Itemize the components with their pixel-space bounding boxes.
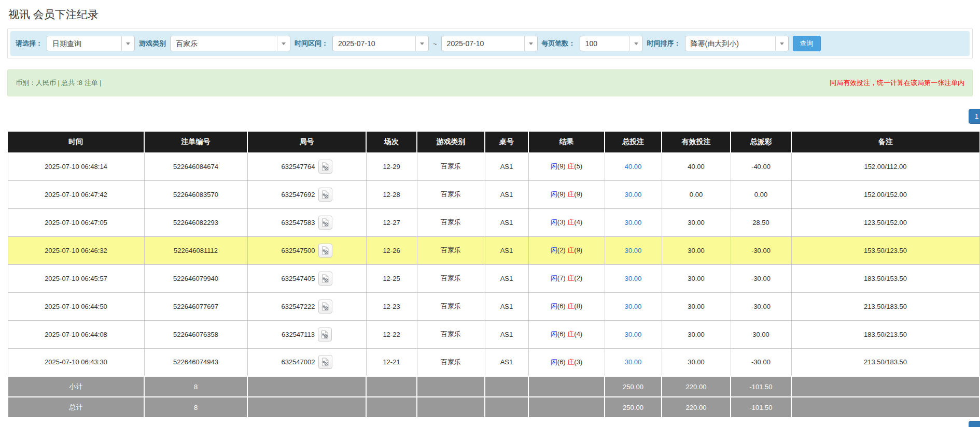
table-row[interactable]: 2025-07-10 06:48:14522646084674632547764… bbox=[8, 152, 979, 180]
remark-cell: 152.00/112.00 bbox=[791, 152, 979, 180]
result-banker-score: (2) bbox=[574, 274, 582, 282]
video-record-icon bbox=[321, 246, 329, 255]
total-count: 8 bbox=[144, 397, 247, 418]
time-cell: 2025-07-10 06:48:14 bbox=[8, 152, 144, 180]
table-row[interactable]: 2025-07-10 06:44:08522646076358632547113… bbox=[8, 320, 979, 348]
chevron-down-icon[interactable] bbox=[277, 36, 290, 51]
date-from-select[interactable]: 2025-07-10 bbox=[332, 36, 429, 51]
chevron-down-icon[interactable] bbox=[121, 36, 134, 51]
bet-id-cell: 522646077697 bbox=[144, 292, 247, 320]
date-to-select[interactable]: 2025-07-10 bbox=[441, 36, 538, 51]
query-type-value: 日期查询 bbox=[47, 36, 121, 51]
result-cell: 闲(3) 庄(4) bbox=[528, 208, 605, 236]
column-header-5: 桌号 bbox=[485, 132, 528, 152]
valid-bet-cell: 30.00 bbox=[662, 292, 731, 320]
round-cell: 632547222 bbox=[247, 292, 366, 320]
total-bet-link: 40.00 bbox=[625, 163, 642, 170]
total-total-bet: 250.00 bbox=[605, 397, 662, 418]
video-replay-button[interactable] bbox=[318, 188, 332, 202]
video-replay-button[interactable] bbox=[318, 160, 332, 174]
video-record-icon bbox=[321, 358, 329, 366]
pagination-bottom-partial[interactable] bbox=[969, 421, 980, 427]
result-cell: 闲(9) 庄(5) bbox=[528, 152, 605, 180]
total-bet-link: 30.00 bbox=[625, 275, 642, 282]
result-player-score: (9) bbox=[557, 190, 568, 198]
time-cell: 2025-07-10 06:43:30 bbox=[8, 348, 144, 376]
table-row[interactable]: 2025-07-10 06:45:57522646079940632547405… bbox=[8, 264, 979, 292]
table-no-cell: AS1 bbox=[485, 264, 528, 292]
result-player-score: (6) bbox=[557, 358, 568, 366]
round-id: 632547002 bbox=[281, 358, 315, 366]
chevron-down-icon[interactable] bbox=[415, 36, 428, 51]
video-replay-button[interactable] bbox=[318, 216, 332, 230]
game-type-cell: 百家乐 bbox=[417, 180, 485, 208]
table-row[interactable]: 2025-07-10 06:46:32522646081112632547500… bbox=[8, 236, 979, 264]
table-row[interactable]: 2025-07-10 06:44:50522646077697632547222… bbox=[8, 292, 979, 320]
result-banker: 庄 bbox=[567, 358, 574, 366]
total-bet-cell[interactable]: 30.00 bbox=[605, 320, 662, 348]
total-bet-link: 30.00 bbox=[625, 247, 642, 254]
pagination-page-1[interactable]: 1 bbox=[969, 109, 980, 124]
session-cell: 12-21 bbox=[366, 348, 417, 376]
subtotal-label: 小计 bbox=[8, 376, 144, 397]
total-bet-cell[interactable]: 30.00 bbox=[605, 180, 662, 208]
total-bet-cell[interactable]: 30.00 bbox=[605, 348, 662, 376]
video-record-icon bbox=[321, 302, 329, 311]
round-id-wrap: 632547405 bbox=[281, 272, 332, 286]
game-type-select[interactable]: 百家乐 bbox=[170, 36, 290, 51]
total-bet-link: 30.00 bbox=[625, 331, 642, 338]
game-type-cell: 百家乐 bbox=[417, 152, 485, 180]
query-type-select[interactable]: 日期查询 bbox=[47, 36, 135, 51]
total-bet-cell[interactable]: 30.00 bbox=[605, 236, 662, 264]
video-replay-button[interactable] bbox=[318, 244, 332, 258]
payout-cell: -30.00 bbox=[731, 264, 791, 292]
chevron-down-icon[interactable] bbox=[629, 36, 642, 51]
subtotal-row: 小计 8 250.00 220.00 -101.50 bbox=[8, 376, 979, 397]
result-player-score: (2) bbox=[557, 246, 568, 254]
table-row[interactable]: 2025-07-10 06:43:30522646074943632547002… bbox=[8, 348, 979, 376]
table-row[interactable]: 2025-07-10 06:47:42522646083570632547692… bbox=[8, 180, 979, 208]
column-header-1: 注单编号 bbox=[144, 132, 247, 152]
result-player: 闲 bbox=[551, 246, 557, 254]
round-id-wrap: 632547692 bbox=[281, 188, 332, 202]
total-bet-cell[interactable]: 30.00 bbox=[605, 208, 662, 236]
video-replay-button[interactable] bbox=[318, 300, 332, 314]
round-id-wrap: 632547113 bbox=[282, 328, 332, 341]
table-row[interactable]: 2025-07-10 06:47:05522646082293632547583… bbox=[8, 208, 979, 236]
round-id-wrap: 632547500 bbox=[281, 244, 332, 258]
round-cell: 632547113 bbox=[247, 320, 366, 348]
chevron-down-icon[interactable] bbox=[775, 36, 788, 51]
time-sort-select[interactable]: 降幂(由大到小) bbox=[685, 36, 789, 51]
time-cell: 2025-07-10 06:47:05 bbox=[8, 208, 144, 236]
table-no-cell: AS1 bbox=[485, 320, 528, 348]
remark-cell: 183.50/213.50 bbox=[791, 320, 979, 348]
total-bet-cell[interactable]: 40.00 bbox=[605, 152, 662, 180]
round-id: 632547764 bbox=[281, 163, 315, 170]
result-player: 闲 bbox=[551, 358, 557, 366]
result-banker-score: (9) bbox=[574, 190, 582, 198]
round-cell: 632547583 bbox=[247, 208, 366, 236]
round-cell: 632547692 bbox=[247, 180, 366, 208]
session-cell: 12-28 bbox=[366, 180, 417, 208]
remark-cell: 153.50/123.50 bbox=[791, 236, 979, 264]
bet-id-cell: 522646081112 bbox=[144, 236, 247, 264]
total-bet-cell[interactable]: 30.00 bbox=[605, 292, 662, 320]
column-header-2: 局号 bbox=[247, 132, 366, 152]
video-replay-button[interactable] bbox=[318, 355, 332, 369]
search-button[interactable]: 查询 bbox=[793, 36, 821, 51]
result-banker: 庄 bbox=[567, 246, 574, 254]
round-cell: 632547500 bbox=[247, 236, 366, 264]
chevron-down-icon[interactable] bbox=[524, 36, 537, 51]
payout-cell: 28.50 bbox=[731, 208, 791, 236]
video-replay-button[interactable] bbox=[318, 328, 332, 341]
session-cell: 12-27 bbox=[366, 208, 417, 236]
round-id: 632547405 bbox=[281, 275, 315, 282]
total-bet-cell[interactable]: 30.00 bbox=[605, 264, 662, 292]
page-size-select[interactable]: 100 bbox=[580, 36, 643, 51]
result-cell: 闲(6) 庄(3) bbox=[528, 348, 605, 376]
video-replay-button[interactable] bbox=[318, 272, 332, 286]
payout-cell: 30.00 bbox=[731, 320, 791, 348]
column-header-3: 场次 bbox=[366, 132, 417, 152]
result-player-score: (9) bbox=[557, 162, 568, 170]
round-id: 632547113 bbox=[282, 331, 315, 338]
